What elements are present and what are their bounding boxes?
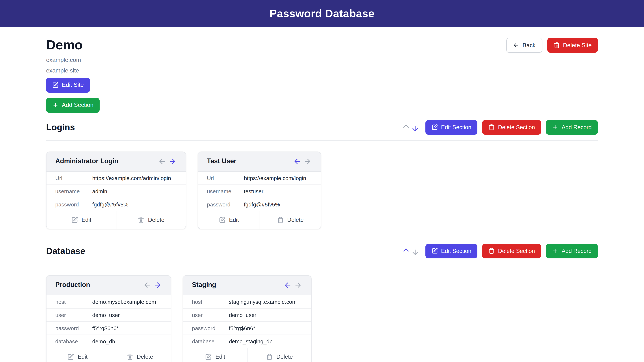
edit-site-button[interactable]: Edit Site (46, 78, 90, 92)
record-cards-row: Administrator Login Url https://ex (46, 152, 598, 229)
trash-icon (266, 354, 273, 360)
field-value: fgdfg@#5fv5% (92, 201, 128, 208)
field-value: demo_user (92, 312, 120, 318)
section-header: Logins Edit Section (46, 120, 598, 135)
field-label: password (55, 325, 92, 331)
move-record-right-button[interactable] (294, 281, 302, 290)
edit-section-label: Edit Section (441, 124, 471, 131)
add-record-button[interactable]: Add Record (546, 120, 598, 135)
field-label: host (192, 299, 229, 305)
arrow-down-icon (411, 124, 419, 132)
field-label: user (55, 312, 92, 318)
edit-record-button[interactable]: Edit (46, 348, 108, 362)
field-value: admin (92, 188, 107, 194)
section-logins: Logins Edit Section (46, 120, 598, 229)
record-field-row: database demo_staging_db (183, 335, 311, 348)
field-label: password (192, 325, 229, 331)
delete-record-button[interactable]: Delete (116, 211, 186, 229)
square-pen-icon (432, 124, 438, 130)
record-title: Administrator Login (55, 158, 118, 165)
arrow-right-icon (154, 281, 162, 289)
add-record-label: Add Record (562, 124, 592, 131)
plus-icon (552, 124, 558, 130)
section-move-arrows (402, 123, 420, 132)
trash-icon (554, 42, 560, 48)
delete-record-label: Delete (148, 217, 164, 223)
delete-record-button[interactable]: Delete (247, 348, 312, 362)
add-record-button[interactable]: Add Record (546, 244, 598, 258)
field-value: staging.mysql.example.com (229, 299, 296, 305)
move-record-right-button[interactable] (303, 157, 312, 166)
edit-record-label: Edit (82, 217, 91, 223)
arrow-left-icon (143, 281, 151, 289)
move-record-left-button[interactable] (158, 157, 166, 166)
section-move-arrows (402, 247, 420, 256)
delete-section-label: Delete Section (498, 248, 535, 254)
record-field-row: host demo.mysql.example.com (46, 296, 170, 308)
arrow-left-icon (513, 42, 519, 48)
site-description: example site (46, 66, 79, 75)
delete-record-label: Delete (276, 354, 293, 360)
record-card-header: Test User (198, 152, 321, 172)
field-value: https://example.com/login (244, 175, 306, 181)
record-field-row: username testuser (198, 185, 321, 198)
delete-site-label: Delete Site (563, 42, 592, 48)
back-button[interactable]: Back (506, 38, 542, 53)
record-card-header: Administrator Login (46, 152, 186, 172)
field-label: user (192, 312, 229, 318)
record-card-administrator-login: Administrator Login Url https://ex (46, 152, 186, 229)
record-title: Staging (192, 281, 216, 289)
record-field-row: user demo_user (46, 308, 170, 322)
move-record-left-button[interactable] (293, 157, 302, 166)
arrow-left-icon (158, 158, 166, 166)
record-move-arrows (293, 157, 312, 166)
edit-record-label: Edit (229, 217, 239, 223)
arrow-right-icon (168, 158, 176, 166)
edit-section-button[interactable]: Edit Section (425, 244, 478, 258)
move-section-up-button[interactable] (402, 123, 410, 132)
plus-icon (52, 102, 58, 108)
record-card-staging: Staging host staging.mysql.example (183, 275, 312, 362)
field-value: f5^rg$6n6* (92, 325, 118, 331)
edit-record-button[interactable]: Edit (183, 348, 247, 362)
move-record-left-button[interactable] (143, 281, 152, 290)
field-label: username (55, 188, 92, 194)
edit-record-button[interactable]: Edit (46, 211, 116, 229)
section-title: Logins (46, 122, 75, 132)
field-value: testuser (244, 188, 264, 194)
add-section-button[interactable]: Add Section (46, 98, 100, 113)
record-cards-row: Production host demo.mysql.example (46, 275, 598, 362)
trash-icon (488, 124, 495, 130)
site-name: Demo (46, 37, 83, 53)
field-value: demo_user (229, 312, 256, 318)
move-section-up-button[interactable] (402, 247, 410, 256)
delete-section-button[interactable]: Delete Section (482, 120, 541, 135)
field-label: database (192, 338, 229, 344)
delete-section-label: Delete Section (498, 124, 535, 131)
delete-record-button[interactable]: Delete (108, 348, 170, 362)
section-controls: Edit Section Delete Section Add Record (402, 244, 598, 258)
move-section-down-button[interactable] (410, 248, 420, 256)
record-field-row: Url https://example.com/admin/login (46, 172, 186, 185)
edit-section-button[interactable]: Edit Section (425, 120, 478, 135)
field-label: password (55, 201, 92, 208)
record-card-footer: Edit Delete (183, 348, 311, 362)
delete-section-button[interactable]: Delete Section (482, 244, 541, 258)
record-field-row: password f5^rg$6n6* (46, 322, 170, 335)
arrow-up-icon (402, 247, 410, 255)
move-section-down-button[interactable] (410, 124, 420, 133)
section-divider (46, 264, 598, 264)
edit-record-button[interactable]: Edit (198, 211, 260, 229)
arrow-right-icon (304, 158, 312, 166)
delete-site-button[interactable]: Delete Site (547, 38, 598, 53)
square-pen-icon (205, 354, 212, 360)
section-divider (46, 140, 598, 140)
viewport: Password Database Demo example.com examp… (0, 0, 644, 362)
move-record-right-button[interactable] (153, 281, 162, 290)
section-controls: Edit Section Delete Section Add Record (402, 120, 598, 135)
record-move-arrows (158, 157, 177, 166)
move-record-right-button[interactable] (168, 157, 177, 166)
section-database: Database Edit Section (46, 244, 598, 362)
delete-record-button[interactable]: Delete (260, 211, 321, 229)
move-record-left-button[interactable] (284, 281, 292, 290)
